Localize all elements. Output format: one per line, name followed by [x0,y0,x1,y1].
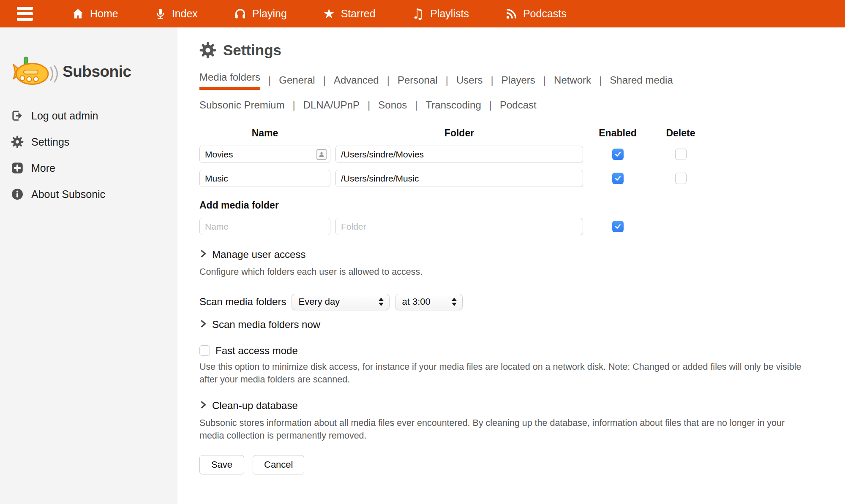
folder-path-input[interactable] [335,146,583,163]
new-folder-enabled-checkbox[interactable] [612,221,624,232]
cleanup-description: Subsonic stores information about all me… [199,417,804,442]
tab-separator: | [323,74,326,90]
nav-item-index[interactable]: Index [155,8,198,20]
nav-item-home[interactable]: Home [72,8,118,20]
subsonic-logo: Subsonic [13,56,177,87]
gear-icon [11,135,24,148]
tab-advanced[interactable]: Advanced [334,74,379,90]
sidebar-item-about[interactable]: About Subsonic [11,188,177,201]
cancel-button[interactable]: Cancel [253,455,304,474]
add-media-folder-heading: Add media folder [199,200,845,211]
folder-path-input[interactable] [335,170,583,187]
chevron-right-icon [199,319,207,331]
nav-label: Podcasts [523,8,567,20]
tab-separator: | [415,99,417,115]
home-icon [72,8,84,20]
delete-checkbox[interactable] [675,173,687,184]
settings-tabs-row1: Media folders | General | Advanced | Per… [199,71,845,90]
top-navbar: Home Index Playing ★ Starred ♫ Playlists [0,0,845,27]
microphone-icon [155,8,166,20]
chevron-right-icon [199,249,207,260]
manage-user-access-link[interactable]: Manage user access [199,249,845,260]
manage-user-access-description: Configure which folders each user is all… [199,266,804,279]
tab-general[interactable]: General [279,74,315,90]
nav-item-playlists[interactable]: ♫ Playlists [412,7,469,21]
tab-separator: | [543,74,546,90]
column-header-name: Name [199,127,330,139]
headphones-icon [234,8,246,20]
scan-now-link[interactable]: Scan media folders now [199,319,845,331]
nav-label: Home [90,8,118,20]
tab-separator: | [489,99,492,115]
delete-checkbox[interactable] [675,149,687,160]
tab-shared-media[interactable]: Shared media [610,74,673,90]
tab-podcast[interactable]: Podcast [500,99,537,115]
table-row [199,146,845,163]
hamburger-menu-icon[interactable] [17,7,33,21]
chevron-right-icon [199,400,207,412]
add-media-folder-row [199,218,845,235]
fast-access-checkbox[interactable] [199,345,210,356]
tab-users[interactable]: Users [456,74,483,90]
form-actions: Save Cancel [199,455,845,474]
sidebar-item-label: About Subsonic [31,188,105,201]
folder-name-input[interactable] [199,146,330,163]
logout-icon [11,109,24,122]
nav-item-starred[interactable]: ★ Starred [323,7,376,20]
sidebar-item-logout[interactable]: Log out admin [11,109,177,122]
autofill-contact-icon[interactable] [316,149,327,160]
cleanup-database-link[interactable]: Clean-up database [199,400,845,412]
sidebar-item-label: Settings [31,136,69,148]
save-button[interactable]: Save [199,455,244,474]
enabled-checkbox[interactable] [612,149,624,160]
tab-separator: | [387,74,390,90]
tab-separator: | [599,74,602,90]
fast-access-label[interactable]: Fast access mode [215,345,298,357]
scan-settings-row: Scan media folders Every day at 3:00 [199,294,845,310]
tab-subsonic-premium[interactable]: Subsonic Premium [199,99,284,115]
gear-icon [199,42,216,59]
sidebar: Subsonic Log out admin Settings More [0,27,177,504]
folder-name-input[interactable] [199,170,330,187]
fast-access-description: Use this option to minimize disk access,… [199,360,804,386]
nav-label: Starred [341,8,376,20]
select-stepper-icon [379,298,384,306]
tab-players[interactable]: Players [502,74,535,90]
sidebar-item-more[interactable]: More [11,162,177,174]
column-header-enabled: Enabled [588,127,647,139]
star-icon: ★ [323,7,335,20]
sidebar-item-settings[interactable]: Settings [11,135,177,148]
music-note-icon: ♫ [412,7,425,21]
tab-personal[interactable]: Personal [398,74,438,90]
tab-separator: | [268,74,271,90]
nav-label: Playing [252,8,287,20]
tab-dlna-upnp[interactable]: DLNA/UPnP [303,99,360,115]
nav-item-podcasts[interactable]: Podcasts [505,8,567,20]
tab-separator: | [368,99,370,115]
scan-time-select[interactable]: at 3:00 [395,294,463,310]
tab-sonos[interactable]: Sonos [378,99,407,115]
new-folder-path-input[interactable] [335,218,583,235]
settings-tabs-row2: Subsonic Premium | DLNA/UPnP | Sonos | T… [199,99,845,115]
tab-transcoding[interactable]: Transcoding [426,99,481,115]
scan-interval-select[interactable]: Every day [292,294,390,310]
enabled-checkbox[interactable] [612,173,624,184]
sidebar-item-label: More [31,162,55,174]
nav-label: Playlists [430,8,469,20]
tab-separator: | [292,99,295,115]
info-icon [11,188,24,201]
nav-item-playing[interactable]: Playing [234,8,287,20]
sidebar-item-label: Log out admin [31,110,98,122]
tab-media-folders[interactable]: Media folders [199,71,260,90]
tab-network[interactable]: Network [554,74,591,90]
tab-separator: | [446,74,448,90]
fast-access-mode-row: Fast access mode [199,345,845,357]
plus-square-icon [11,162,24,174]
column-header-folder: Folder [335,127,583,139]
table-row [199,170,845,187]
logo-wordmark: Subsonic [63,63,131,81]
submarine-logo-icon [13,56,58,87]
column-header-delete: Delete [652,127,709,139]
new-folder-name-input[interactable] [199,218,330,235]
page-title: Settings [223,42,281,59]
